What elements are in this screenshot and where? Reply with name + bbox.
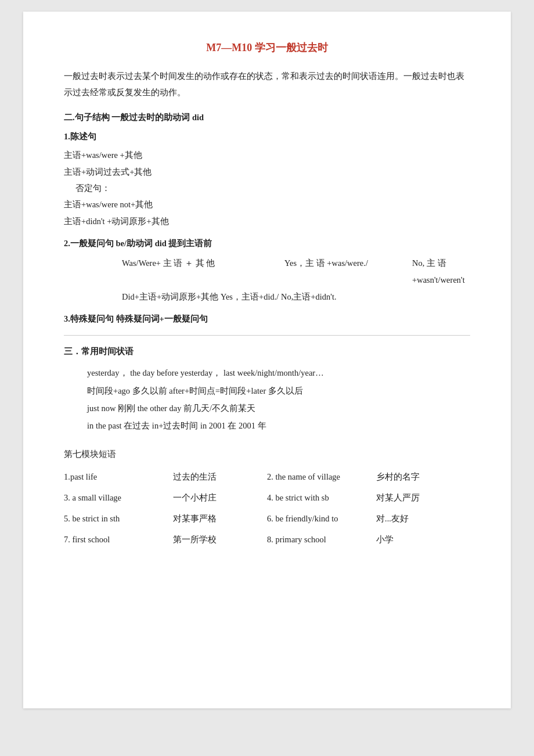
vocab-en: 1.past life	[64, 468, 163, 487]
vocab-grid: 1.past life过去的生活2. the name of village乡村…	[64, 468, 470, 549]
list-item: 1.past life过去的生活	[64, 468, 267, 487]
intro-paragraph: 一般过去时表示过去某个时间发生的动作或存在的状态，常和表示过去的时间状语连用。一…	[64, 69, 470, 100]
time-line-1: yesterday， the day before yesterday， las…	[87, 364, 470, 381]
time-line-2: 时间段+ago 多久以前 after+时间点=时间段+later 多久以后	[87, 382, 470, 399]
vocab-en: 6. be friendly/kind to	[267, 510, 366, 528]
vocab-en: 4. be strict with sb	[267, 489, 366, 507]
vocab-en: 3. a small village	[64, 489, 163, 507]
q1-part1: Was/Were+ 主 语 ＋ 其 他	[122, 255, 284, 272]
vocab-cn: 对...友好	[376, 510, 409, 528]
vocab-cn: 小学	[376, 531, 394, 549]
list-item: 7. first school第一所学校	[64, 531, 267, 549]
vocab-cn: 过去的生活	[173, 468, 217, 487]
section3-heading: 三．常用时间状语	[64, 346, 470, 357]
page-content: M7—M10 学习一般过去时 一般过去时表示过去某个时间发生的动作或存在的状态，…	[23, 12, 511, 708]
vocab-cn: 乡村的名字	[376, 468, 420, 487]
grammar-line-4: 主语+didn't +动词原形+其他	[64, 213, 470, 230]
list-item: 5. be strict in sth对某事严格	[64, 510, 267, 528]
list-item: 8. primary school小学	[267, 531, 470, 549]
list-item: 6. be friendly/kind to对...友好	[267, 510, 470, 528]
vocab-section-title: 第七模块短语	[64, 449, 470, 460]
grammar-line-1: 主语+was/were +其他	[64, 147, 470, 164]
q2-row: Did+主语+动词原形+其他 Yes，主语+did./ No,主语+didn't…	[64, 289, 470, 305]
vocab-en: 5. be strict in sth	[64, 510, 163, 528]
vocab-cn: 第一所学校	[173, 531, 217, 549]
q1-row: Was/Were+ 主 语 ＋ 其 他 Yes，主 语 +was/were./ …	[64, 255, 470, 289]
page-title: M7—M10 学习一般过去时	[64, 41, 470, 55]
time-line-3: just now 刚刚 the other day 前几天/不久前某天	[87, 399, 470, 417]
vocab-cn: 对某事严格	[173, 510, 217, 528]
list-item: 3. a small village一个小村庄	[64, 489, 267, 507]
grammar-line-2: 主语+动词过去式+其他	[64, 164, 470, 181]
subsection1-label: 1.陈述句	[64, 131, 470, 142]
vocab-en: 8. primary school	[267, 531, 366, 549]
grammar-line-3: 主语+was/were not+其他	[64, 196, 470, 213]
time-adverbs-block: yesterday， the day before yesterday， las…	[64, 364, 470, 435]
neg-label: 否定句：	[64, 183, 470, 194]
question-block-1: Was/Were+ 主 语 ＋ 其 他 Yes，主 语 +was/were./ …	[64, 255, 470, 305]
time-line-4: in the past 在过去 in+过去时间 in 2001 在 2001 年	[87, 417, 470, 434]
list-item: 2. the name of village乡村的名字	[267, 468, 470, 487]
vocab-cn: 对某人严厉	[376, 489, 420, 507]
vocab-cn: 一个小村庄	[173, 489, 217, 507]
vocab-en: 7. first school	[64, 531, 163, 549]
section-divider	[64, 335, 470, 336]
section2-heading: 二.句子结构 一般过去时的助动词 did	[64, 112, 470, 123]
q1-part2: Yes，主 语 +was/were./	[284, 255, 412, 272]
subsection2-label: 2.一般疑问句 be/助动词 did 提到主语前	[64, 238, 470, 249]
subsection3-label: 3.特殊疑问句 特殊疑问词+一般疑问句	[64, 314, 470, 325]
q1-part3: No, 主 语 +wasn't/weren't	[412, 255, 470, 289]
list-item: 4. be strict with sb对某人严厉	[267, 489, 470, 507]
vocab-en: 2. the name of village	[267, 468, 366, 487]
